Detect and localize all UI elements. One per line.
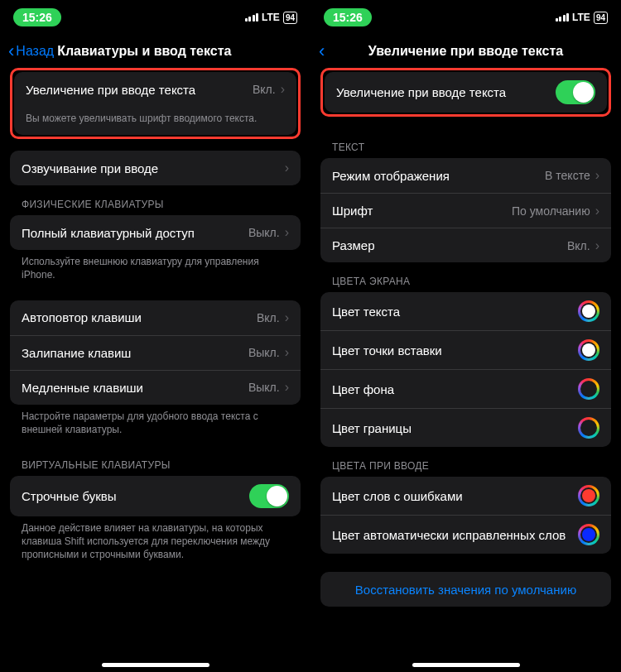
- row-misspelled-color[interactable]: Цвет слов с ошибками: [320, 477, 611, 515]
- row-label: Увеличение при вводе текста: [336, 85, 556, 99]
- reset-defaults-button[interactable]: Восстановить значения по умолчанию: [320, 572, 611, 607]
- chevron-right-icon: ›: [285, 161, 289, 175]
- row-label: Автоповтор клавиши: [22, 310, 257, 324]
- status-right: LTE 94: [245, 12, 297, 24]
- screen-right: 15:26 LTE 94 ‹ Увеличение при вводе текс…: [310, 0, 621, 672]
- row-label: Режим отображения: [332, 169, 545, 183]
- row-display-mode[interactable]: Режим отображения В тексте ›: [320, 158, 611, 193]
- row-full-keyboard-access[interactable]: Полный клавиатурный доступ Выкл. ›: [10, 215, 301, 250]
- row-label: Увеличение при вводе текста: [26, 83, 253, 97]
- row-text-color[interactable]: Цвет текста: [320, 292, 611, 330]
- row-label: Залипание клавиш: [22, 346, 248, 360]
- row-label: Строчные буквы: [22, 489, 249, 503]
- row-key-repeat[interactable]: Автоповтор клавиши Вкл. ›: [10, 300, 301, 335]
- chevron-right-icon: ›: [281, 82, 285, 97]
- status-bar: 15:26 LTE 94: [0, 0, 310, 35]
- chevron-right-icon: ›: [595, 168, 599, 183]
- nav-bar: ‹ Назад Клавиатуры и ввод текста: [0, 35, 310, 68]
- row-value: Вкл.: [257, 311, 280, 324]
- time-pill: 15:26: [13, 8, 61, 26]
- chevron-right-icon: ›: [285, 380, 289, 395]
- row-label: Шрифт: [332, 204, 512, 218]
- chevron-right-icon: ›: [285, 225, 289, 240]
- chevron-right-icon: ›: [595, 238, 599, 253]
- footer-virtual: Данное действие влияет на клавиатуры, на…: [10, 516, 301, 572]
- section-header-physical: ФИЗИЧЕСКИЕ КЛАВИАТУРЫ: [10, 185, 301, 215]
- row-label: Цвет автоматически исправленных слов: [332, 528, 578, 542]
- chevron-right-icon: ›: [285, 310, 289, 325]
- section-header-text: ТЕКСТ: [320, 128, 611, 158]
- row-value: Выкл.: [248, 346, 280, 359]
- status-bar: 15:26 LTE 94: [310, 0, 621, 35]
- color-swatch-icon: [578, 417, 599, 439]
- row-value: Выкл.: [248, 381, 280, 394]
- screen-left: 15:26 LTE 94 ‹ Назад Клавиатуры и ввод т…: [0, 0, 310, 672]
- row-slow-keys[interactable]: Медленные клавиши Выкл. ›: [10, 370, 301, 405]
- network-type: LTE: [262, 12, 280, 23]
- reset-label: Восстановить значения по умолчанию: [355, 583, 576, 597]
- section-header-virtual: ВИРТУАЛЬНЫЕ КЛАВИАТУРЫ: [10, 446, 301, 476]
- row-value: Вкл.: [253, 83, 276, 96]
- chevron-right-icon: ›: [285, 345, 289, 360]
- row-sticky-keys[interactable]: Залипание клавиш Выкл. ›: [10, 335, 301, 370]
- battery-icon: 94: [594, 12, 608, 24]
- home-indicator[interactable]: [102, 663, 209, 667]
- row-value: По умолчанию: [512, 204, 590, 218]
- network-type: LTE: [572, 12, 590, 23]
- row-insertion-point-color[interactable]: Цвет точки вставки: [320, 330, 611, 369]
- status-right: LTE 94: [556, 12, 608, 24]
- row-label: Цвет фона: [332, 382, 578, 396]
- row-label: Цвет слов с ошибками: [332, 489, 578, 503]
- highlight-box-hover: Увеличение при вводе текста Вкл. › Вы мо…: [10, 68, 301, 139]
- footer-hover: Вы можете увеличивать шрифт вводимого те…: [14, 107, 296, 135]
- page-title: Увеличение при вводе текста: [310, 44, 621, 59]
- nav-bar: ‹ Увеличение при вводе текста: [310, 35, 621, 68]
- row-value: Выкл.: [248, 226, 280, 239]
- footer-ext-keyboard: Настройте параметры для удобного ввода т…: [10, 405, 301, 446]
- section-header-input-colors: ЦВЕТА ПРИ ВВОДЕ: [320, 447, 611, 477]
- back-label: Назад: [16, 44, 54, 59]
- row-font[interactable]: Шрифт По умолчанию ›: [320, 193, 611, 228]
- row-label: Цвет текста: [332, 305, 578, 319]
- row-border-color[interactable]: Цвет границы: [320, 408, 611, 447]
- battery-icon: 94: [283, 12, 297, 24]
- row-label: Медленные клавиши: [22, 381, 248, 395]
- row-label: Размер: [332, 238, 567, 252]
- row-lowercase-keys[interactable]: Строчные буквы: [10, 476, 301, 516]
- signal-icon: [556, 13, 570, 22]
- row-label: Цвет границы: [332, 421, 578, 435]
- section-header-screen-colors: ЦВЕТА ЭКРАНА: [320, 262, 611, 292]
- row-autocorrected-color[interactable]: Цвет автоматически исправленных слов: [320, 515, 611, 554]
- color-swatch-icon: [578, 524, 599, 545]
- back-button[interactable]: ‹ Назад: [8, 42, 54, 60]
- toggle-lowercase[interactable]: [249, 484, 289, 508]
- time-pill: 15:26: [324, 8, 372, 26]
- highlight-box-main: Увеличение при вводе текста: [320, 68, 611, 117]
- row-value: В тексте: [545, 169, 590, 182]
- row-label: Полный клавиатурный доступ: [22, 226, 248, 240]
- toggle-hover-text[interactable]: [556, 80, 595, 104]
- row-label: Озвучивание при вводе: [22, 161, 285, 175]
- chevron-right-icon: ›: [595, 204, 599, 218]
- chevron-left-icon: ‹: [8, 42, 14, 60]
- row-value: Вкл.: [567, 239, 590, 252]
- row-speak-typing[interactable]: Озвучивание при вводе ›: [10, 151, 301, 185]
- footer-physical: Используйте внешнюю клавиатуру для управ…: [10, 250, 301, 291]
- row-label: Цвет точки вставки: [332, 343, 578, 358]
- color-swatch-icon: [578, 378, 599, 400]
- row-background-color[interactable]: Цвет фона: [320, 369, 611, 408]
- row-hover-text-toggle[interactable]: Увеличение при вводе текста: [325, 72, 607, 113]
- color-swatch-icon: [578, 485, 599, 506]
- home-indicator[interactable]: [412, 663, 520, 667]
- row-size[interactable]: Размер Вкл. ›: [320, 228, 611, 262]
- color-swatch-icon: [578, 300, 599, 322]
- color-swatch-icon: [578, 339, 599, 361]
- row-hover-text[interactable]: Увеличение при вводе текста Вкл. ›: [14, 72, 296, 107]
- signal-icon: [245, 13, 259, 22]
- page-title: Клавиатуры и ввод текста: [57, 44, 231, 59]
